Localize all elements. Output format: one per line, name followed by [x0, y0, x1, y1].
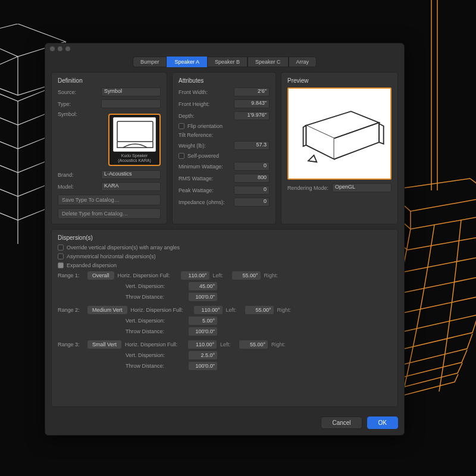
vert-disp-field[interactable]: 45.00°: [189, 282, 217, 290]
range-2-name[interactable]: Medium Vert: [87, 306, 127, 314]
front-height-label: Front Height:: [178, 101, 209, 107]
tab-bumper[interactable]: Bumper: [133, 57, 167, 67]
horiz-disp-label: Horiz. Dispersion Full:: [118, 273, 177, 278]
brand-field[interactable]: L-Acoustics: [101, 170, 161, 179]
left-label: Left:: [226, 307, 242, 313]
horiz-disp-field[interactable]: 110.00°: [194, 306, 223, 314]
front-width-label: Front Width:: [178, 89, 208, 95]
preview-canvas: [287, 87, 392, 180]
expanded-dispersion-checkbox[interactable]: Expanded dispersion: [58, 262, 392, 268]
depth-field[interactable]: 1'9.976": [234, 111, 270, 120]
save-type-button[interactable]: Save Type To Catalog…: [58, 195, 161, 205]
speaker-config-dialog: Bumper Speaker A Speaker B Speaker C Arr…: [45, 43, 405, 436]
throw-dist-label: Throw Distance:: [126, 363, 185, 369]
type-select[interactable]: [101, 99, 161, 108]
throw-dist-field[interactable]: 100'0.0": [189, 327, 217, 336]
close-icon[interactable]: [50, 46, 55, 51]
dispersion-panel: Dispersion(s) Override vertical dispersi…: [51, 229, 398, 407]
weight-label: Weight (lb):: [178, 143, 206, 149]
maximize-icon[interactable]: [65, 46, 70, 51]
horiz-disp-label: Horiz. Dispersion Full:: [131, 307, 190, 313]
tabs-row: Bumper Speaker A Speaker B Speaker C Arr…: [45, 54, 404, 72]
min-wattage-field[interactable]: 0: [234, 162, 270, 171]
type-label: Type:: [58, 101, 71, 107]
throw-dist-label: Throw Distance:: [126, 328, 185, 334]
left-field[interactable]: 55.00°: [239, 340, 268, 349]
dialog-footer: Cancel OK: [45, 413, 404, 435]
symbol-thumbnail[interactable]: Kudo Speaker (Acoustics KARA): [108, 114, 161, 166]
impedance-label: Impedance (ohms):: [178, 199, 225, 205]
left-field[interactable]: 55.00°: [245, 306, 274, 314]
depth-label: Depth:: [178, 113, 195, 119]
throw-dist-field[interactable]: 100'0.0": [189, 293, 217, 301]
preview-title: Preview: [287, 77, 392, 84]
vert-disp-field[interactable]: 5.00°: [189, 317, 217, 325]
tab-speaker-b[interactable]: Speaker B: [207, 57, 248, 67]
throw-dist-label: Throw Distance:: [126, 294, 185, 300]
horiz-disp-field[interactable]: 110.00°: [181, 271, 209, 280]
delete-type-button[interactable]: Delete Type from Catalog…: [58, 208, 161, 219]
rendering-mode-label: Rendering Mode:: [287, 185, 328, 191]
minimize-icon[interactable]: [58, 46, 62, 51]
svg-rect-2: [117, 121, 153, 142]
vert-disp-label: Vert. Dispersion:: [126, 283, 185, 289]
peak-wattage-field[interactable]: 0: [234, 186, 270, 195]
tab-array[interactable]: Array: [289, 57, 317, 67]
model-label: Model:: [58, 184, 74, 190]
speaker-3d-icon: [289, 92, 390, 176]
model-field[interactable]: KARA: [101, 182, 161, 191]
source-label: Source:: [58, 89, 76, 95]
dispersion-title: Dispersion(s): [58, 234, 392, 241]
left-label: Left:: [213, 273, 228, 278]
symbol-preview-icon: [113, 117, 156, 152]
rms-wattage-label: RMS Wattage:: [178, 176, 213, 181]
asymmetrical-checkbox[interactable]: Asymmetrical horizontal dispersion(s): [58, 253, 392, 259]
preview-panel: Preview: [281, 72, 398, 224]
weight-field[interactable]: 57.3: [234, 141, 270, 150]
source-select[interactable]: Symbol: [101, 87, 161, 96]
right-label: Right:: [277, 307, 293, 313]
left-label: Left:: [220, 342, 236, 347]
range-1-label: Range 1:: [58, 273, 84, 278]
ok-button[interactable]: OK: [367, 416, 398, 429]
brand-label: Brand:: [58, 172, 74, 178]
impedance-field[interactable]: 0: [234, 198, 270, 206]
range-2-label: Range 2:: [58, 307, 84, 313]
range-3-label: Range 3:: [58, 342, 84, 347]
front-height-field[interactable]: 9.843": [234, 99, 270, 108]
vert-disp-label: Vert. Dispersion:: [126, 318, 185, 324]
horiz-disp-field[interactable]: 110.00°: [188, 340, 217, 349]
range-3-name[interactable]: Small Vert: [87, 340, 121, 349]
min-wattage-label: Minimum Wattage:: [178, 164, 223, 170]
right-label: Right:: [264, 273, 280, 278]
cancel-button[interactable]: Cancel: [321, 416, 362, 429]
attributes-title: Attributes: [178, 77, 270, 84]
vert-disp-label: Vert. Dispersion:: [126, 352, 185, 358]
flip-orientation-checkbox[interactable]: Flip orientation: [178, 123, 270, 129]
attributes-panel: Attributes Front Width: 2'6" Front Heigh…: [172, 72, 276, 224]
self-powered-checkbox[interactable]: Self-powered: [178, 153, 270, 159]
definition-title: Definition: [58, 77, 161, 84]
vert-disp-field[interactable]: 2.5.0°: [189, 351, 217, 359]
rendering-mode-select[interactable]: OpenGL: [332, 183, 392, 192]
override-vertical-checkbox[interactable]: Override vertical dispersion(s) with arr…: [58, 245, 392, 250]
horiz-disp-label: Horiz. Dispersion Full:: [125, 342, 184, 347]
front-width-field[interactable]: 2'6": [234, 87, 270, 96]
tab-speaker-c[interactable]: Speaker C: [248, 57, 289, 67]
symbol-label: Symbol:: [58, 111, 77, 117]
peak-wattage-label: Peak Wattage:: [178, 187, 214, 193]
tab-speaker-a[interactable]: Speaker A: [167, 57, 207, 67]
tilt-ref-label: Tilt Reference:: [178, 132, 213, 138]
definition-panel: Definition Source: Symbol Type: Symbol:: [51, 72, 167, 224]
window-titlebar: [45, 43, 404, 54]
right-label: Right:: [271, 342, 287, 347]
range-1-name[interactable]: Overall: [87, 271, 114, 280]
throw-dist-field[interactable]: 100'0.0": [189, 362, 217, 370]
left-field[interactable]: 55.00°: [232, 271, 261, 280]
symbol-caption: Kudo Speaker (Acoustics KARA): [118, 154, 151, 162]
rms-wattage-field[interactable]: 800: [234, 174, 270, 183]
